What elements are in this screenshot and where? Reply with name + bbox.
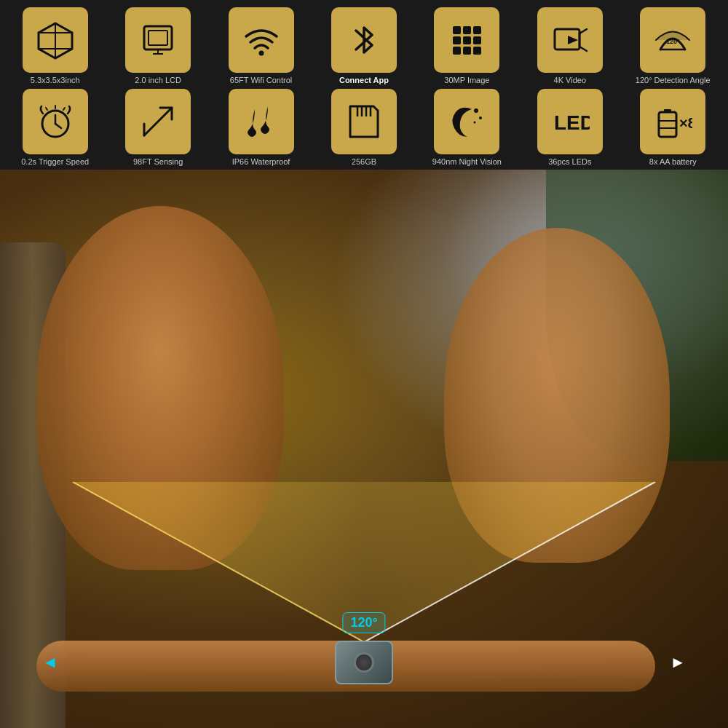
feature-app: Connect App [312, 7, 415, 84]
feature-video: 4K Video [518, 7, 621, 84]
video-label: 4K Video [554, 76, 586, 84]
storage-label: 256GB [352, 157, 376, 166]
feature-leds: LED 36pcs LEDs [518, 89, 621, 166]
trigger-icon-box [23, 89, 88, 154]
svg-line-27 [55, 124, 61, 128]
angle-icon-box: 120° [640, 7, 705, 73]
svg-rect-5 [149, 31, 167, 45]
size-icon-box [23, 7, 88, 73]
wifi-icon [242, 20, 281, 60]
feature-size: 5.3x3.5x3inch [4, 7, 106, 84]
waterproof-icon-box [229, 89, 294, 154]
app: 5.3x3.5x3inch 2.0 inch LCD [0, 0, 728, 728]
svg-line-29 [46, 108, 47, 110]
angle-value: 120° [350, 615, 377, 630]
camera-device [335, 641, 393, 684]
svg-rect-10 [453, 26, 461, 34]
feature-waterproof: IP66 Waterproof [210, 89, 312, 166]
feature-image: 30MP Image [416, 7, 518, 84]
feature-battery: ×8 8x AA battery [622, 89, 724, 166]
sensing-label: 98FT Sensing [133, 157, 183, 166]
feature-sensing: 98FT Sensing [106, 89, 209, 166]
svg-rect-16 [453, 47, 461, 55]
wifi-icon-box [229, 7, 294, 73]
svg-rect-17 [463, 47, 471, 55]
arrows-icon [138, 102, 178, 141]
cube-icon [36, 20, 75, 60]
svg-rect-11 [463, 26, 471, 34]
svg-line-22 [579, 47, 587, 51]
video-icon [550, 20, 590, 60]
main-image: 120° ◄ ► [0, 170, 728, 728]
app-label: Connect App [339, 76, 389, 84]
image-label: 30MP Image [444, 76, 489, 84]
features-row-2: 0.2s Trigger Speed 98FT Sensing [4, 89, 724, 166]
drops-icon [242, 102, 281, 141]
svg-rect-40 [659, 112, 676, 137]
grid-icon [447, 20, 486, 60]
svg-rect-18 [473, 47, 481, 55]
waterproof-label: IP66 Waterproof [232, 157, 290, 166]
night-icon-box [434, 89, 499, 154]
feature-wifi: 65FT Wifi Control [210, 7, 312, 84]
svg-rect-15 [473, 36, 481, 44]
svg-text:×8: ×8 [679, 115, 692, 131]
svg-point-9 [258, 51, 264, 56]
moon-icon [447, 102, 486, 141]
svg-line-31 [144, 108, 172, 135]
feature-lcd: 2.0 inch LCD [106, 7, 209, 84]
night-label: 940nm Night Vision [432, 157, 502, 166]
svg-line-30 [63, 108, 65, 110]
feature-trigger: 0.2s Trigger Speed [4, 89, 106, 166]
svg-point-38 [474, 122, 476, 124]
svg-point-37 [479, 116, 482, 119]
svg-rect-12 [473, 26, 481, 34]
svg-rect-13 [453, 36, 461, 44]
angle-display: 120° [342, 612, 385, 633]
lcd-label: 2.0 inch LCD [135, 76, 181, 84]
battery-icon-box: ×8 [640, 89, 705, 154]
arrow-left: ◄ [42, 653, 58, 672]
sensing-icon-box [125, 89, 191, 154]
arrow-right: ► [670, 653, 686, 672]
svg-rect-14 [463, 36, 471, 44]
svg-point-36 [474, 108, 478, 113]
storage-icon-box [331, 89, 397, 154]
trigger-label: 0.2s Trigger Speed [21, 157, 89, 166]
angle-label: 120° Detection Angle [636, 76, 711, 84]
alarm-icon [36, 102, 75, 141]
leds-label: 36pcs LEDs [548, 157, 591, 166]
size-label: 5.3x3.5x3inch [31, 76, 80, 84]
bluetooth-icon [344, 20, 384, 60]
app-icon-box [331, 7, 397, 73]
image-icon-box [434, 7, 499, 73]
lcd-icon [138, 20, 178, 60]
feature-storage: 256GB [312, 89, 415, 166]
led-icon: LED [550, 102, 590, 141]
camera-lens [354, 652, 374, 673]
battery-icon: ×8 [653, 102, 692, 141]
battery-label: 8x AA battery [649, 157, 697, 166]
svg-marker-20 [568, 36, 578, 44]
svg-rect-41 [664, 109, 671, 113]
video-icon-box [537, 7, 603, 73]
features-row-1: 5.3x3.5x3inch 2.0 inch LCD [4, 7, 724, 84]
features-bar: 5.3x3.5x3inch 2.0 inch LCD [0, 0, 728, 170]
leds-icon-box: LED [537, 89, 603, 154]
sdcard-icon [344, 102, 384, 141]
wifi-label: 65FT Wifi Control [230, 76, 292, 84]
lcd-icon-box [125, 7, 191, 73]
feature-angle: 120° 120° Detection Angle [622, 7, 724, 84]
120deg-icon: 120° [653, 20, 692, 60]
svg-text:LED: LED [554, 111, 590, 134]
feature-night: 940nm Night Vision [416, 89, 518, 166]
